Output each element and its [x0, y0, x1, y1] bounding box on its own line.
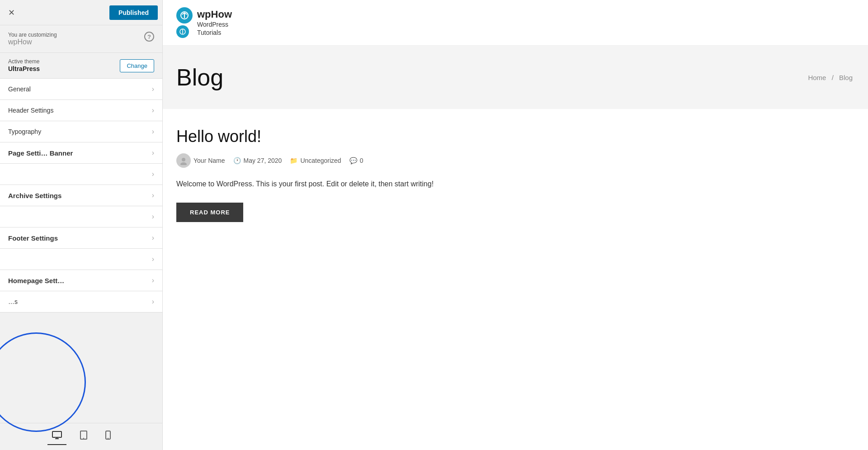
- menu-item-last-label: …s: [8, 298, 18, 305]
- chevron-right-icon: ›: [152, 255, 154, 263]
- menu-item-typography-label: Typography: [8, 128, 41, 135]
- svg-point-14: [180, 162, 187, 165]
- menu-item-homepage-settings[interactable]: Homepage Sett… ›: [0, 270, 162, 291]
- breadcrumb-current: Blog: [839, 74, 853, 81]
- menu-item-page-settings-banner-label: Page Setti… Banner: [8, 149, 73, 157]
- breadcrumb-home: Home: [808, 74, 826, 81]
- post-date-meta: 🕐 May 27, 2020: [233, 157, 282, 164]
- folder-icon: 📁: [290, 157, 297, 164]
- logo-icon-stack: [176, 7, 193, 38]
- chevron-right-icon: ›: [152, 170, 154, 178]
- site-logo: wpHow WordPressTutorials: [176, 7, 232, 38]
- read-more-button[interactable]: READ MORE: [176, 203, 243, 222]
- device-bar: [0, 423, 162, 450]
- help-icon[interactable]: ?: [144, 32, 154, 42]
- active-theme-section: Active theme UltraPress Change: [0, 53, 162, 79]
- chevron-right-icon: ›: [152, 298, 154, 306]
- clock-icon: 🕐: [233, 157, 241, 164]
- svg-point-4: [83, 438, 84, 439]
- chevron-right-icon: ›: [152, 234, 154, 242]
- customizer-panel: ✕ Published You are customizing wpHow ? …: [0, 0, 163, 450]
- breadcrumb-separator: /: [832, 74, 834, 81]
- published-button[interactable]: Published: [109, 5, 158, 20]
- menu-item-blank1[interactable]: ›: [0, 164, 162, 185]
- desktop-icon: [52, 431, 62, 439]
- logo-circle-bottom: [176, 25, 189, 38]
- post-title: Hello world!: [176, 127, 854, 146]
- chevron-right-icon: ›: [152, 85, 154, 93]
- site-name-wrap: wpHow WordPressTutorials: [197, 9, 232, 37]
- menu-item-header-settings-label: Header Settings: [8, 107, 53, 114]
- menu-item-general[interactable]: General ›: [0, 79, 162, 100]
- menu-item-archive-settings-label: Archive Settings: [8, 192, 61, 199]
- menu-item-blank2[interactable]: ›: [0, 206, 162, 227]
- post-author-name: Your Name: [193, 157, 225, 164]
- active-theme-name: UltraPress: [8, 65, 40, 72]
- menu-item-page-settings-banner[interactable]: Page Setti… Banner ›: [0, 142, 162, 164]
- menu-item-footer-settings[interactable]: Footer Settings ›: [0, 227, 162, 249]
- blog-title: Blog: [176, 64, 223, 91]
- chevron-right-icon: ›: [152, 106, 154, 114]
- avatar: [176, 153, 191, 168]
- customizing-label: You are customizing: [8, 32, 57, 38]
- menu-item-typography[interactable]: Typography ›: [0, 121, 162, 142]
- comment-icon: 💬: [349, 157, 357, 164]
- menu-item-homepage-settings-label: Homepage Sett…: [8, 277, 64, 284]
- preview-panel: wpHow WordPressTutorials Blog Home / Blo…: [163, 0, 868, 450]
- tablet-view-button[interactable]: [75, 428, 92, 445]
- post-meta: Your Name 🕐 May 27, 2020 📁 Uncategorized…: [176, 153, 854, 168]
- svg-point-6: [108, 438, 108, 439]
- svg-rect-0: [52, 431, 61, 437]
- top-bar: ✕ Published: [0, 0, 162, 25]
- menu-item-general-label: General: [8, 85, 31, 93]
- post-date: May 27, 2020: [244, 157, 282, 164]
- post-comments-meta: 💬 0: [349, 157, 363, 164]
- desktop-view-button[interactable]: [47, 428, 66, 445]
- chevron-right-icon: ›: [152, 149, 154, 157]
- close-button[interactable]: ✕: [5, 6, 19, 19]
- chevron-right-icon: ›: [152, 191, 154, 199]
- site-tagline: WordPressTutorials: [197, 20, 232, 37]
- post-comments-count: 0: [360, 157, 363, 164]
- menu-item-header-settings[interactable]: Header Settings ›: [0, 100, 162, 121]
- post-category-meta: 📁 Uncategorized: [290, 157, 341, 164]
- chevron-right-icon: ›: [152, 128, 154, 136]
- svg-point-13: [182, 158, 185, 161]
- menu-item-footer-settings-label: Footer Settings: [8, 234, 58, 242]
- customizing-site-name: wpHow: [8, 38, 32, 46]
- chevron-right-icon: ›: [152, 213, 154, 221]
- site-name: wpHow: [197, 9, 232, 20]
- logo-circle-top: [176, 7, 193, 24]
- menu-item-last[interactable]: …s ›: [0, 291, 162, 313]
- active-theme-label: Active theme: [8, 58, 40, 65]
- chevron-right-icon: ›: [152, 276, 154, 284]
- tablet-icon: [80, 431, 87, 440]
- change-theme-button[interactable]: Change: [120, 59, 154, 72]
- post-excerpt: Welcome to WordPress. This is your first…: [176, 178, 854, 190]
- mobile-icon: [105, 431, 111, 440]
- menu-item-blank3[interactable]: ›: [0, 249, 162, 270]
- customizing-info: You are customizing wpHow ?: [0, 25, 162, 53]
- post-category: Uncategorized: [300, 157, 341, 164]
- menu-item-archive-settings[interactable]: Archive Settings ›: [0, 185, 162, 206]
- site-header: wpHow WordPressTutorials: [163, 0, 868, 46]
- menu-list: General › Header Settings › Typography ›…: [0, 79, 162, 423]
- breadcrumb: Home / Blog: [806, 74, 854, 81]
- mobile-view-button[interactable]: [101, 428, 115, 445]
- posts-area: Hello world! Your Name 🕐 May 27, 2020 📁 …: [163, 109, 868, 240]
- blog-hero: Blog Home / Blog: [163, 46, 868, 109]
- post-author-meta: Your Name: [176, 153, 225, 168]
